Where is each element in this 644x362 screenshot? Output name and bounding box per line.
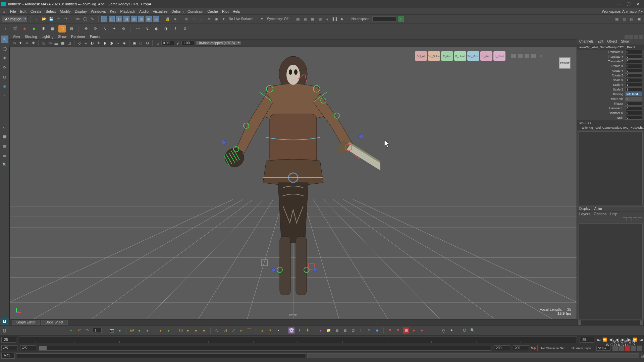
menu-deform[interactable]: Deform	[171, 9, 183, 13]
picker-sel-all[interactable]: Sel_All	[415, 51, 427, 61]
tab-graph-editor[interactable]: Graph Editor	[12, 320, 40, 325]
open-scene-icon[interactable]: 📂	[41, 16, 47, 22]
shelf-blend-icon[interactable]: ◑	[162, 25, 170, 33]
anim-snap1-icon[interactable]: ▴	[259, 327, 265, 334]
snap-live-icon[interactable]: ◉	[213, 16, 219, 22]
play-step-fwd-icon[interactable]: ⏩	[632, 337, 638, 343]
attr-value[interactable]: 0	[625, 106, 642, 110]
tab-show[interactable]: Show	[621, 40, 629, 45]
play-start-icon[interactable]: ⏮	[596, 337, 601, 343]
vp-lights-icon[interactable]: ☀	[96, 41, 101, 46]
picker-close-icon[interactable]: ✕	[540, 54, 543, 58]
viewport[interactable]: Sel_All Sel_Select R_Arm R_Hand Sel_Move…	[9, 47, 577, 319]
tangent-plateau-icon[interactable]: ⌒	[246, 327, 252, 334]
maximize-button[interactable]: ▢	[624, 1, 633, 7]
panel-layout-1-icon[interactable]: ▦	[614, 16, 620, 22]
anim-grid3-icon[interactable]: ⊡	[350, 327, 356, 334]
shelf-deform-icon[interactable]: ◫	[58, 25, 66, 33]
snap-toggle-icon[interactable]: ▾	[221, 16, 227, 22]
attr-value[interactable]: 0	[625, 97, 642, 101]
prefs-icon[interactable]	[637, 346, 642, 351]
layout-four-icon[interactable]: ▦	[1, 133, 8, 140]
panel-layout-2-icon[interactable]: ▥	[621, 16, 627, 22]
anim-ea-label[interactable]: EA	[130, 328, 134, 332]
shape-node-name[interactable]: animRig_Abel_GameReady:CTRL_PropAShape	[577, 125, 644, 130]
picker-icon-4[interactable]	[531, 54, 536, 58]
anim-hierarchy-icon[interactable]: ⊺	[358, 327, 364, 334]
attr-label[interactable]: Trigger	[579, 102, 625, 105]
attr-value[interactable]: 0	[625, 111, 642, 115]
maya-marking-icon[interactable]: M	[1, 318, 8, 325]
anim-plus-icon[interactable]: +	[68, 327, 74, 334]
anim-more-icon[interactable]: ⋯	[427, 327, 433, 334]
cb-toggle-2[interactable]	[629, 35, 633, 39]
vp-bookmark-icon[interactable]: ★	[18, 41, 23, 46]
anim-dot6-icon[interactable]: ●	[185, 327, 191, 334]
script-editor-icon[interactable]: ▤	[641, 354, 644, 358]
vp-menu-lighting[interactable]: Lighting	[42, 35, 53, 39]
shelf-move-icon[interactable]: ✥	[82, 25, 90, 33]
vp-textured-icon[interactable]: ◐	[90, 41, 95, 46]
attr-label[interactable]: Scale Y	[579, 83, 625, 86]
snap-grid-icon[interactable]: ⊞	[184, 16, 190, 22]
namespace-apply-icon[interactable]: ✓	[398, 16, 404, 22]
menu-modify[interactable]: Modify	[60, 9, 70, 13]
command-input[interactable]	[16, 353, 306, 358]
render-frame-icon[interactable]: ▦	[302, 16, 308, 22]
shapes-section-header[interactable]: SHAPES	[577, 120, 644, 125]
vp-menu-view[interactable]: View	[13, 35, 20, 39]
outliner-icon[interactable]: ☰	[1, 152, 8, 159]
select-mask-5[interactable]: ▤	[153, 16, 159, 22]
shelf-key-icon[interactable]: ◆	[21, 25, 28, 33]
vp-wireframe-icon[interactable]: ◇	[77, 41, 82, 46]
vp-xray-icon[interactable]: ◌	[138, 41, 144, 46]
time-track[interactable]	[19, 337, 577, 343]
snap-curve-icon[interactable]: 〰	[191, 16, 197, 22]
minimize-button[interactable]: —	[614, 1, 624, 7]
attr-label[interactable]: Hammer R	[579, 111, 625, 115]
anim-snap3-icon[interactable]: •	[275, 327, 281, 334]
render-play-icon[interactable]: ▶	[339, 16, 345, 22]
vp-grid-icon[interactable]: ⊞	[41, 41, 46, 46]
select-mask-1[interactable]: ◨	[123, 16, 129, 22]
vp-gate-mask-icon[interactable]: ▦	[60, 41, 65, 46]
anim-dot3-icon[interactable]: ●	[144, 327, 150, 334]
vp-aa-icon[interactable]: ◈	[121, 41, 127, 46]
vp-menu-show[interactable]: Show	[58, 35, 66, 39]
attr-label[interactable]: Rotate X	[579, 64, 625, 68]
anim-diamond-icon[interactable]: ◆	[374, 327, 380, 334]
symmetry-toggle-icon[interactable]: ▾	[259, 16, 265, 22]
tab-dope-sheet[interactable]: Dope Sheet	[41, 320, 68, 325]
menu-help[interactable]: Help	[233, 9, 240, 13]
menu-riot[interactable]: Riot	[222, 9, 229, 13]
range-loop-icon[interactable]: ↻	[530, 346, 533, 350]
attr-label[interactable]: Rotate Y	[579, 69, 625, 72]
lasso-icon[interactable]: ◯	[82, 16, 88, 22]
shelf-rotate-icon[interactable]: ⟳	[92, 25, 99, 33]
tangent-spline-icon[interactable]: ∿	[214, 327, 220, 334]
panel-layout-4-icon[interactable]: ▣	[636, 16, 642, 22]
close-button[interactable]: ✕	[633, 1, 643, 7]
select-mask-4[interactable]: ▣	[146, 16, 152, 22]
vp-menu-shading[interactable]: Shading	[25, 35, 37, 39]
anim-zoom-icon[interactable]: 🔍	[470, 327, 476, 334]
shelf-skin-icon[interactable]: ◐	[153, 25, 160, 33]
construction-history-icon[interactable]: ▦	[295, 16, 301, 22]
anim-char-icon[interactable]: 🚶	[297, 327, 303, 334]
anim-dot2-icon[interactable]: ●	[136, 327, 142, 334]
range-start-field[interactable]: -25	[1, 345, 17, 351]
vp-res-gate-icon[interactable]: ▬	[54, 41, 59, 46]
menu-select[interactable]: Select	[46, 9, 56, 13]
range-slider[interactable]: -25 -25 200 200 ↻ ◆ No Character Set No …	[0, 344, 644, 352]
autokey-icon[interactable]	[612, 346, 618, 351]
scroll-left-icon[interactable]	[578, 320, 581, 325]
vp-shadows-icon[interactable]: ◗	[102, 41, 108, 46]
anim-grid2-icon[interactable]: ⊟	[342, 327, 348, 334]
anim-bracket-icon[interactable]: {}	[440, 327, 446, 334]
vp-film-gate-icon[interactable]: ▭	[47, 41, 53, 46]
attr-value[interactable]: 0	[625, 69, 642, 73]
layer-new-selected-icon[interactable]	[638, 217, 642, 221]
range-handle[interactable]	[39, 346, 47, 350]
attr-label[interactable]: Rotate Z	[579, 74, 625, 77]
vp-xray-joints-icon[interactable]: ⊙	[145, 41, 150, 46]
